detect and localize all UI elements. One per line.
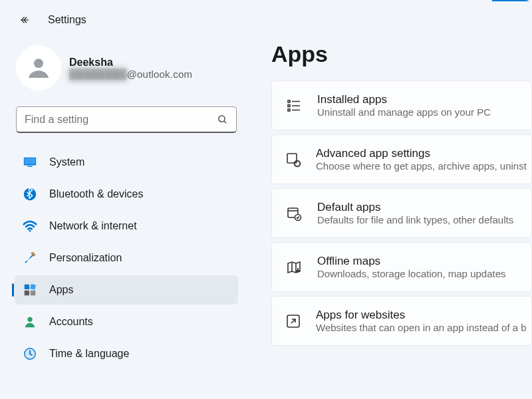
apps-websites-icon [285,313,301,330]
sidebar-item-time[interactable]: Time & language [15,339,238,368]
search-input[interactable] [17,114,209,126]
arrow-left-icon [20,15,31,25]
profile-email-domain: @outlook.com [127,68,193,80]
avatar [16,45,61,90]
sidebar-item-accounts[interactable]: Accounts [15,307,238,336]
person-icon [23,315,37,329]
card-title: Apps for websites [316,309,527,322]
svg-rect-10 [31,291,35,295]
nav-list: System Bluetooth & devices Network & int… [12,142,241,370]
svg-point-6 [29,230,31,232]
sidebar-item-label: Bluetooth & devices [49,188,143,200]
sidebar-item-label: Accounts [49,316,93,328]
sidebar-item-personalization[interactable]: Personalization [15,243,238,273]
sidebar-item-label: Personalization [49,252,122,264]
card-offline-maps[interactable]: Offline maps Downloads, storage location… [271,242,532,292]
svg-rect-15 [288,109,290,111]
card-subtitle: Websites that can open in an app instead… [316,322,527,333]
svg-rect-7 [25,285,29,289]
sidebar-item-label: Network & internet [49,220,137,232]
svg-rect-3 [25,158,36,164]
card-default-apps[interactable]: Default apps Defaults for file and link … [271,188,532,238]
account-profile[interactable]: Deeksha ████████@outlook.com [12,41,241,102]
svg-rect-9 [25,291,29,295]
svg-rect-8 [30,284,36,290]
svg-point-11 [27,317,32,322]
card-title: Offline maps [317,255,506,268]
card-list: Installed apps Uninstall and manage apps… [271,80,532,346]
sidebar-item-label: Time & language [49,348,129,360]
card-title: Advanced app settings [316,147,527,160]
sidebar-item-bluetooth[interactable]: Bluetooth & devices [15,180,238,209]
window-title: Settings [48,14,86,26]
offline-maps-icon [285,259,303,276]
card-advanced-app-settings[interactable]: Advanced app settings Choose where to ge… [271,134,532,184]
card-subtitle: Downloads, storage location, map updates [317,268,506,279]
sidebar-item-network[interactable]: Network & internet [15,211,238,241]
card-subtitle: Choose where to get apps, archive apps, … [316,160,527,172]
card-subtitle: Defaults for file and link types, other … [317,214,513,225]
main-content: Apps Installed apps Uninstall and manage… [246,33,532,399]
search-field[interactable] [16,106,237,133]
installed-apps-icon [285,97,303,114]
svg-point-0 [34,59,43,68]
svg-point-1 [219,116,225,122]
advanced-app-icon [285,151,301,168]
profile-email-local: ████████ [69,68,127,80]
default-apps-icon [285,205,303,222]
brush-icon [23,251,37,265]
card-installed-apps[interactable]: Installed apps Uninstall and manage apps… [271,80,532,130]
back-button[interactable] [19,13,32,27]
card-title: Installed apps [317,93,491,106]
sidebar-item-label: Apps [49,284,73,296]
card-apps-for-websites[interactable]: Apps for websites Websites that can open… [271,296,532,346]
profile-email: ████████@outlook.com [69,68,192,80]
page-title: Apps [271,41,532,67]
bluetooth-icon [23,187,37,201]
person-silhouette-icon [25,55,52,81]
apps-icon [23,283,37,297]
card-title: Default apps [317,201,513,214]
wifi-icon [23,219,37,233]
monitor-icon [23,155,37,170]
card-subtitle: Uninstall and manage apps on your PC [317,106,491,118]
svg-rect-4 [27,166,32,167]
clock-icon [23,346,37,361]
sidebar-item-apps[interactable]: Apps [15,275,238,305]
svg-rect-13 [288,100,290,102]
search-icon [209,114,236,125]
sidebar-item-system[interactable]: System [15,148,238,177]
profile-name: Deeksha [69,57,192,68]
sidebar-item-label: System [49,156,84,168]
svg-rect-14 [288,104,290,106]
sidebar: Deeksha ████████@outlook.com [0,33,246,399]
